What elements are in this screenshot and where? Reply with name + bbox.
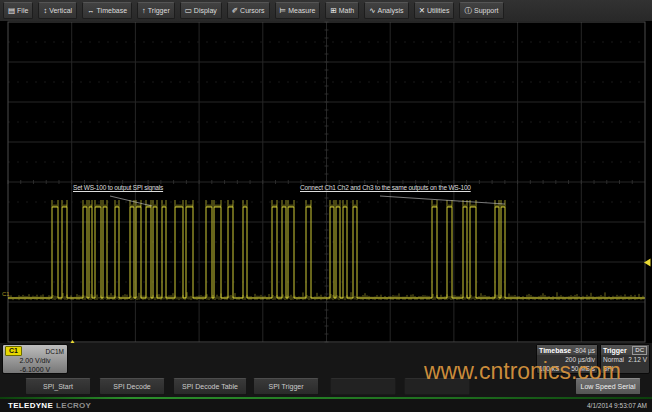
- oscilloscope-app: { "menu": { "items": [ {"icon": "file-ic…: [0, 0, 652, 412]
- annotation-connect-channels: Connect Ch1 Ch2 and Ch3 to the same outp…: [300, 184, 471, 191]
- annotation-pointer-line-2: [380, 196, 505, 204]
- channel-coupling: DC1M: [46, 348, 64, 355]
- spi-start-button[interactable]: SPI_Start: [25, 378, 91, 395]
- timebase-title: Timebase: [539, 347, 571, 354]
- trigger-level: 2.12 V: [628, 356, 647, 363]
- channel-descriptor-c1[interactable]: C1 DC1M 2.00 V/div -6.1000 V: [2, 344, 68, 374]
- status-bar: TELEDYNELECROY 4/1/2014 9:53:07 AM: [0, 399, 652, 412]
- brand-teledyne: TELEDYNE: [8, 401, 53, 410]
- trigger-title: Trigger: [603, 347, 627, 354]
- spi-trigger-button[interactable]: SPI Trigger: [253, 378, 319, 395]
- datetime-display: 4/1/2014 9:53:07 AM: [587, 402, 647, 409]
- spi-decode-button[interactable]: SPI Decode: [99, 378, 165, 395]
- channel-badge: C1: [5, 346, 22, 356]
- spi-decode-table-button[interactable]: SPI Decode Table: [173, 378, 247, 395]
- trigger-coupling-badge: DC: [632, 346, 647, 355]
- annotation-set-ws100: Set WS-100 to output SPI signals: [73, 184, 163, 191]
- watermark-text: www.cntronics.com: [424, 358, 621, 385]
- trace-label-c1: C1: [2, 291, 10, 297]
- waveform-overshoot-spikes: [52, 200, 505, 207]
- brand-lecroy: LECROY: [56, 401, 91, 410]
- empty-softkey[interactable]: [330, 378, 396, 395]
- timebase-delay: -804 µs: [573, 347, 595, 354]
- channel-offset: -6.1000 V: [3, 365, 67, 374]
- channel-scale: 2.00 V/div: [3, 356, 67, 365]
- brand-logo: TELEDYNELECROY: [8, 401, 91, 410]
